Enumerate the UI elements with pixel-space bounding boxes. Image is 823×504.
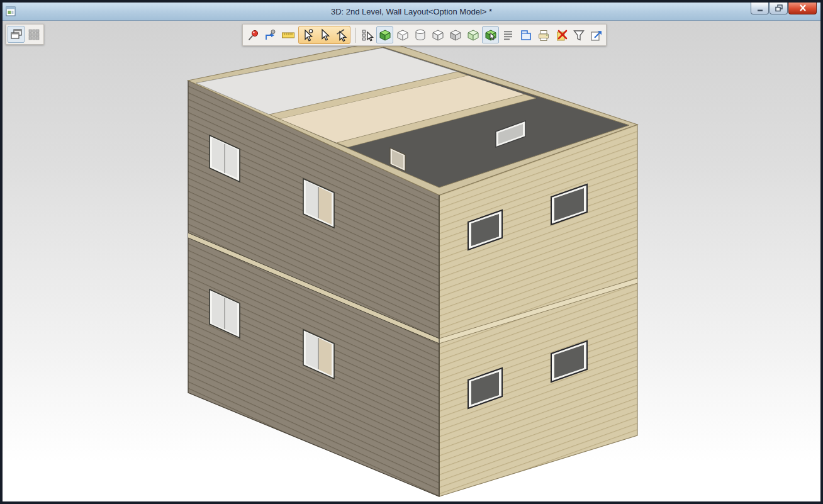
pin-move-icon: [264, 28, 277, 42]
select-tangent-button[interactable]: [333, 26, 350, 43]
select-arrow-icon: [318, 28, 332, 42]
window-glass: [306, 332, 318, 369]
print-button[interactable]: [535, 26, 552, 43]
close-button[interactable]: [788, 3, 817, 14]
app-icon-glyph: [6, 6, 16, 16]
edit-handles-icon: [361, 28, 374, 42]
white-cube-button[interactable]: [429, 26, 446, 43]
select-arrow-button[interactable]: [316, 26, 333, 43]
window-glass: [306, 181, 318, 218]
tinted-cube-icon: [466, 28, 480, 42]
window-controls: [751, 3, 817, 14]
list-button[interactable]: [500, 26, 517, 43]
viewport-3d[interactable]: [3, 21, 820, 501]
app-window: 3D: 2nd Level, Wall Layout<Option Model>…: [0, 0, 823, 504]
send-to-view-icon: [590, 28, 603, 42]
pin-icon: [246, 28, 260, 42]
cascade-windows-button[interactable]: [8, 26, 25, 43]
window-layout-toolbar: [6, 24, 44, 45]
minimize-button[interactable]: [751, 3, 769, 14]
green-cube-icon: [378, 28, 392, 42]
pin-move-button[interactable]: [262, 26, 279, 43]
select-objects-button[interactable]: [299, 26, 316, 43]
send-to-view-button[interactable]: [588, 26, 605, 43]
solid-cube-button[interactable]: [376, 26, 393, 43]
minimize-icon: [754, 3, 766, 13]
filter-funnel-icon: [572, 28, 586, 42]
glass-cube-icon: [396, 28, 410, 42]
ruler-icon: [281, 28, 295, 42]
cascade-windows-icon: [9, 28, 23, 42]
list-icon: [501, 28, 515, 42]
tinted-cube-button[interactable]: [464, 26, 481, 43]
edit-handles-button[interactable]: [359, 26, 376, 43]
glass-cube-button[interactable]: [394, 26, 411, 43]
shaded-cube-icon: [449, 28, 462, 42]
select-cube-icon: [484, 28, 498, 42]
select-tangent-icon: [335, 28, 349, 42]
toolbar-separator: [355, 28, 356, 43]
cylinder-icon: [413, 28, 427, 42]
tile-windows-icon: [27, 28, 41, 42]
select-cube-button[interactable]: [482, 26, 499, 43]
restore-button[interactable]: [770, 3, 788, 14]
restore-icon: [773, 3, 785, 13]
cylinder-button[interactable]: [412, 26, 428, 43]
select-objects-icon: [301, 28, 315, 42]
tile-windows-button[interactable]: [25, 26, 42, 43]
select-tool-group: [298, 26, 350, 44]
titlebar[interactable]: 3D: 2nd Level, Wall Layout<Option Model>…: [3, 3, 820, 21]
close-icon: [797, 3, 809, 13]
window-pane: [318, 187, 332, 225]
layer-steps-icon: [519, 28, 533, 42]
delete-button[interactable]: [552, 26, 569, 43]
app-icon[interactable]: [6, 6, 17, 17]
pin-button[interactable]: [244, 26, 261, 43]
house-model: [3, 21, 820, 501]
white-cube-icon: [431, 28, 445, 42]
window-pane: [318, 338, 332, 376]
tape-measure-button[interactable]: [279, 26, 296, 43]
shaded-cube-button[interactable]: [447, 26, 464, 43]
window-title: 3D: 2nd Level, Wall Layout<Option Model>…: [3, 7, 820, 16]
filter-button[interactable]: [570, 26, 587, 43]
delete-icon: [554, 28, 568, 42]
main-toolbar: [242, 24, 607, 46]
printer-icon: [537, 28, 551, 42]
layer-steps-button[interactable]: [517, 26, 534, 43]
